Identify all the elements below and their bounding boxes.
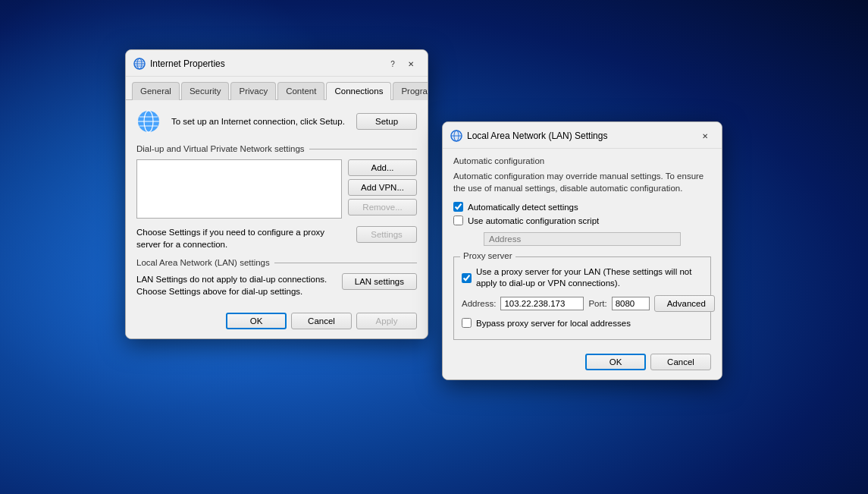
lan-title: Local Area Network (LAN) Settings: [467, 131, 693, 141]
titlebar-controls: ? ✕: [385, 56, 418, 71]
auto-config-address[interactable]: [484, 232, 681, 246]
lan-close-button[interactable]: ✕: [697, 128, 713, 143]
proxy-server-group: Proxy server Use a proxy server for your…: [453, 256, 711, 340]
port-label: Port:: [588, 299, 606, 308]
proxy-port-input[interactable]: [612, 297, 650, 310]
setup-text: To set up an Internet connection, click …: [171, 115, 346, 127]
proxy-text: Choose Settings if you need to configure…: [136, 226, 346, 250]
internet-props-icon: [133, 58, 146, 70]
proxy-address-row: Address: Port: Advanced: [462, 295, 703, 312]
tab-general[interactable]: General: [132, 82, 180, 100]
proxy-use-row: Use a proxy server for your LAN (These s…: [462, 266, 703, 289]
dialup-list-area: Add... Add VPN... Remove...: [136, 159, 417, 219]
lan-settings-button[interactable]: LAN settings: [342, 273, 417, 290]
lan-section-header: Local Area Network (LAN) settings: [136, 258, 417, 267]
tab-security[interactable]: Security: [181, 82, 230, 100]
tab-programs[interactable]: Programs: [393, 82, 428, 100]
ok-button[interactable]: OK: [226, 313, 287, 329]
proxy-use-label: Use a proxy server for your LAN (These s…: [476, 266, 703, 289]
lan-titlebar-controls: ✕: [697, 128, 713, 143]
lan-body: Automatic configuration Automatic config…: [443, 149, 722, 348]
auto-script-label: Use automatic configuration script: [468, 216, 599, 225]
use-proxy-checkbox[interactable]: [462, 273, 472, 283]
svg-point-14: [451, 131, 462, 141]
bypass-row: Bypass proxy server for local addresses: [462, 318, 703, 328]
internet-properties-dialog: Internet Properties ? ✕ General Security…: [125, 49, 428, 339]
cancel-button[interactable]: Cancel: [291, 313, 352, 329]
help-button[interactable]: ?: [385, 56, 400, 71]
auto-script-row: Use automatic configuration script: [453, 216, 711, 225]
internet-props-titlebar: Internet Properties ? ✕: [126, 50, 428, 77]
tab-content[interactable]: Content: [277, 82, 324, 100]
lan-titlebar: Local Area Network (LAN) Settings ✕: [443, 122, 722, 149]
lan-settings-dialog: Local Area Network (LAN) Settings ✕ Auto…: [442, 121, 722, 380]
apply-button[interactable]: Apply: [356, 313, 417, 329]
auto-detect-row: Automatically detect settings: [453, 202, 711, 212]
address-field-row: [468, 229, 711, 249]
settings-button[interactable]: Settings: [356, 226, 417, 243]
auto-config-label: Automatic configuration: [453, 156, 711, 165]
lan-section: Local Area Network (LAN) settings LAN Se…: [136, 258, 417, 297]
add-button[interactable]: Add...: [348, 159, 417, 176]
advanced-button[interactable]: Advanced: [654, 295, 715, 312]
lan-text: LAN Settings do not apply to dial-up con…: [136, 273, 331, 297]
tab-connections[interactable]: Connections: [326, 82, 391, 100]
auto-config-desc: Automatic configuration may override man…: [453, 170, 711, 194]
internet-props-body: To set up an Internet connection, click …: [126, 100, 428, 307]
auto-script-checkbox[interactable]: [453, 216, 463, 225]
add-vpn-button[interactable]: Add VPN...: [348, 179, 417, 196]
bypass-label: Bypass proxy server for local addresses: [476, 319, 631, 328]
proxy-settings-row: Choose Settings if you need to configure…: [136, 226, 417, 250]
lan-ok-button[interactable]: OK: [585, 354, 646, 370]
dialup-list[interactable]: [136, 159, 342, 219]
lan-icon: [450, 130, 462, 142]
close-button[interactable]: ✕: [403, 56, 418, 71]
lan-cancel-button[interactable]: Cancel: [650, 354, 711, 370]
internet-props-bottom: OK Cancel Apply: [126, 307, 428, 338]
tab-privacy[interactable]: Privacy: [230, 82, 276, 100]
address-label: Address:: [462, 299, 496, 308]
dialup-buttons: Add... Add VPN... Remove...: [348, 159, 417, 219]
proxy-address-input[interactable]: [500, 297, 584, 310]
setup-row: To set up an Internet connection, click …: [136, 109, 417, 134]
auto-detect-checkbox[interactable]: [453, 202, 463, 212]
bypass-proxy-checkbox[interactable]: [462, 318, 472, 328]
svg-point-5: [134, 58, 145, 69]
lan-bottom-buttons: OK Cancel: [443, 348, 722, 379]
dialup-section-header: Dial-up and Virtual Private Network sett…: [136, 144, 417, 153]
proxy-server-label: Proxy server: [460, 251, 515, 260]
internet-props-title: Internet Properties: [150, 58, 381, 69]
setup-button[interactable]: Setup: [356, 113, 417, 130]
internet-icon: [136, 109, 161, 134]
tabs-bar: General Security Privacy Content Connect…: [126, 77, 428, 100]
auto-detect-label: Automatically detect settings: [468, 203, 578, 212]
lan-settings-row: LAN Settings do not apply to dial-up con…: [136, 273, 417, 297]
remove-button[interactable]: Remove...: [348, 199, 417, 216]
